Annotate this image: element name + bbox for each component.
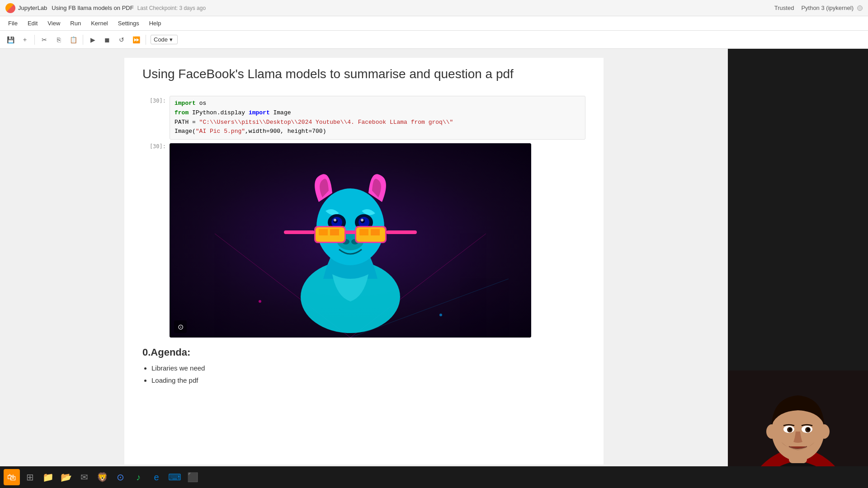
cell-number-30: [30]: [142,96,170,140]
title-bar: JupyterLab Using FB llama models on PDF … [0,0,868,16]
code-line-3: PATH = "C:\\Users\\pitsi\\Desktop\\2024 … [175,118,580,127]
agenda-item-1: Libraries we need [151,362,585,374]
svg-point-29 [259,300,261,303]
output-number-30: [30]: [142,141,170,338]
menu-bar: File Edit View Run Kernel Settings Help [0,16,868,31]
taskbar-mail-icon[interactable]: ✉ [76,469,92,485]
taskbar-explorer-icon[interactable]: 📂 [58,469,74,485]
toolbar-separator-1 [34,35,35,45]
taskbar-task-icon[interactable]: ⊞ [22,469,38,485]
code-content-30[interactable]: import os from IPython.display import Im… [170,96,585,140]
interrupt-button[interactable]: ◼ [100,33,114,47]
checkpoint-text: Last Checkpoint: 3 days ago [137,5,206,11]
restart-button[interactable]: ↺ [115,33,128,47]
svg-rect-24 [359,229,368,235]
svg-rect-25 [371,229,380,235]
app-name: JupyterLab [18,5,47,11]
taskbar: 🛍 ⊞ 📁 📂 ✉ 🦁 ⊙ ♪ e ⌨ ⬛ [0,466,868,488]
notebook-area[interactable]: Using FaceBook's Llama models to summari… [0,49,728,488]
agenda-item-2: Loading the pdf [151,374,585,386]
taskbar-store-icon[interactable]: 🛍 [4,469,20,485]
notebook-main-heading: Using FaceBook's Llama models to summari… [142,67,585,85]
svg-point-41 [807,428,810,431]
output-content-30: ⊙ [170,143,585,338]
run-button[interactable]: ▶ [86,33,99,47]
svg-point-35 [819,424,830,439]
cell-type-chevron: ▾ [170,36,173,43]
cell-type-select[interactable]: Code ▾ [151,35,178,44]
taskbar-edge-icon[interactable]: e [148,469,165,485]
svg-rect-19 [345,230,356,234]
taskbar-terminal-icon[interactable]: ⬛ [184,469,201,485]
restart-run-button[interactable]: ⏩ [129,33,143,47]
svg-rect-27 [386,230,417,234]
menu-edit[interactable]: Edit [23,18,42,28]
taskbar-vscode-icon[interactable]: ⌨ [166,469,183,485]
cell-type-label: Code [154,36,168,43]
svg-rect-26 [284,230,315,234]
taskbar-spotify-icon[interactable]: ♪ [130,469,146,485]
menu-kernel[interactable]: Kernel [86,18,113,28]
menu-file[interactable]: File [4,18,22,28]
menu-run[interactable]: Run [66,18,85,28]
toolbar: 💾 ＋ ✂ ⎘ 📋 ▶ ◼ ↺ ⏩ Code ▾ [0,31,868,49]
taskbar-chrome-icon[interactable]: ⊙ [112,469,128,485]
svg-point-40 [789,428,792,431]
trusted-label: Trusted [774,5,794,11]
add-cell-button[interactable]: ＋ [18,33,32,47]
code-line-4: Image("AI Pic 5.png",width=900, height=7… [175,127,580,136]
toolbar-separator-2 [83,35,83,45]
svg-point-13 [361,219,363,221]
cut-button[interactable]: ✂ [38,33,51,47]
svg-point-12 [334,219,336,221]
code-line-2: from IPython.display import Image [175,108,580,118]
screenshot-icon: ⊙ [174,320,187,333]
agenda-heading: 0.Agenda: [142,347,585,358]
agenda-list: Libraries we need Loading the pdf [151,362,585,386]
copy-button[interactable]: ⎘ [52,33,66,47]
main-area: Using FaceBook's Llama models to summari… [0,49,868,488]
paste-button[interactable]: 📋 [66,33,80,47]
code-line-1: import os [175,99,580,108]
svg-rect-23 [330,229,339,235]
taskbar-files-icon[interactable]: 📁 [40,469,56,485]
svg-rect-22 [319,229,328,235]
svg-point-30 [439,314,442,316]
notebook-title: Using FB llama models on PDF [52,5,133,11]
kernel-info: Python 3 (ipykernel) [801,5,863,11]
code-editor-30[interactable]: import os from IPython.display import Im… [170,96,585,140]
menu-help[interactable]: Help [145,18,166,28]
svg-point-34 [766,424,777,439]
right-panel [728,49,868,488]
llama-image: ⊙ [170,143,531,338]
code-cell-30: [30]: import os from IPython.display imp… [142,96,585,140]
jupyter-logo-icon [5,3,15,13]
notebook-content: Using FaceBook's Llama models to summari… [124,58,604,465]
output-cell-30: [30]: [142,141,585,338]
taskbar-brave-icon[interactable]: 🦁 [94,469,110,485]
menu-settings[interactable]: Settings [113,18,144,28]
save-button[interactable]: 💾 [4,33,17,47]
menu-view[interactable]: View [43,18,65,28]
kernel-label: Python 3 (ipykernel) [801,5,854,11]
agenda-section: 0.Agenda: Libraries we need Loading the … [142,347,585,386]
toolbar-separator-3 [146,35,146,45]
jupyter-logo: JupyterLab [5,3,47,13]
kernel-status-icon [857,5,863,11]
